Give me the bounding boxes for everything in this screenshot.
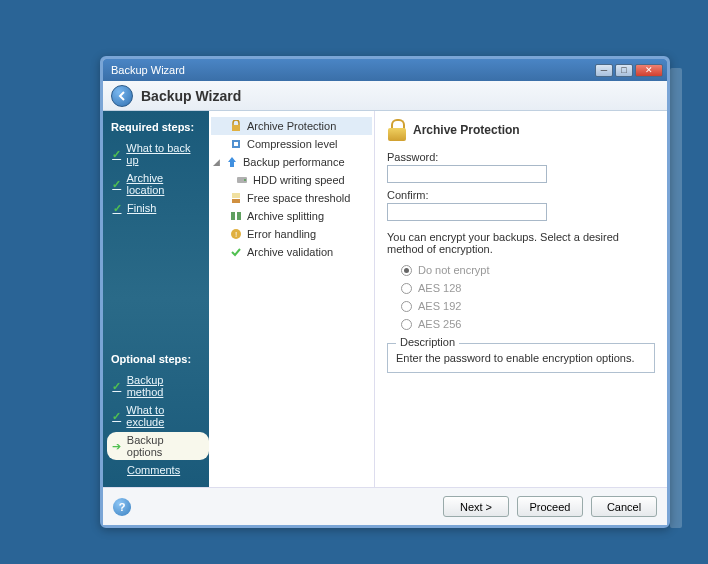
lock-icon (387, 119, 407, 141)
tree-label: HDD writing speed (253, 174, 345, 186)
back-button[interactable] (111, 85, 133, 107)
tree-label: Archive validation (247, 246, 333, 258)
radio-aes-192: AES 192 (387, 297, 655, 315)
space-icon (229, 191, 243, 205)
encryption-info: You can encrypt your backups. Select a d… (387, 231, 655, 255)
check-icon (229, 245, 243, 259)
confirm-input[interactable] (387, 203, 547, 221)
description-legend: Description (396, 336, 459, 348)
split-icon (229, 209, 243, 223)
radio-icon (401, 283, 412, 294)
radio-icon (401, 319, 412, 330)
options-tree: Archive Protection Compression level ◢ B… (209, 111, 375, 487)
svg-rect-8 (237, 212, 241, 220)
radio-label: AES 256 (418, 318, 461, 330)
wizard-header: Backup Wizard (103, 81, 667, 111)
description-text: Enter the password to enable encryption … (396, 352, 646, 364)
step-label: Backup method (127, 374, 201, 398)
arrow-icon: ➔ (111, 440, 123, 452)
error-icon: ! (229, 227, 243, 241)
compress-icon (229, 137, 243, 151)
tree-archive-splitting[interactable]: Archive splitting (211, 207, 372, 225)
step-backup-options[interactable]: ➔ Backup options (107, 432, 209, 460)
svg-point-4 (244, 179, 246, 181)
step-what-to-back-up[interactable]: ✓ What to back up (107, 140, 205, 168)
titlebar-title: Backup Wizard (111, 64, 595, 76)
optional-steps-header: Optional steps: (111, 353, 205, 365)
step-archive-location[interactable]: ✓ Archive location (107, 170, 205, 198)
radio-icon (401, 265, 412, 276)
maximize-button[interactable]: □ (615, 64, 633, 77)
step-backup-method[interactable]: ✓ Backup method (107, 372, 205, 400)
lock-icon (229, 119, 243, 133)
check-icon: ✓ (111, 148, 122, 160)
step-finish[interactable]: ✓ Finish (107, 200, 205, 216)
radio-aes-256: AES 256 (387, 315, 655, 333)
check-icon: ✓ (111, 178, 123, 190)
tree-label: Backup performance (243, 156, 345, 168)
collapse-icon[interactable]: ◢ (211, 157, 221, 167)
wizard-body: Required steps: ✓ What to back up ✓ Arch… (103, 111, 667, 487)
titlebar: Backup Wizard ─ □ ✕ (103, 59, 667, 81)
tree-archive-protection[interactable]: Archive Protection (211, 117, 372, 135)
step-label: Comments (127, 464, 180, 476)
minimize-button[interactable]: ─ (595, 64, 613, 77)
step-label: Archive location (127, 172, 201, 196)
steps-sidebar: Required steps: ✓ What to back up ✓ Arch… (103, 111, 209, 487)
svg-rect-5 (232, 199, 240, 203)
tree-label: Compression level (247, 138, 337, 150)
tree-label: Free space threshold (247, 192, 350, 204)
svg-rect-0 (232, 125, 240, 131)
step-comments[interactable]: Comments (107, 462, 205, 478)
backup-wizard-window: Backup Wizard ─ □ ✕ Backup Wizard Requir… (100, 56, 670, 528)
svg-rect-6 (232, 193, 240, 198)
password-label: Password: (387, 151, 655, 163)
tree-compression-level[interactable]: Compression level (211, 135, 372, 153)
step-label: What to exclude (126, 404, 201, 428)
content-title: Archive Protection (387, 119, 655, 141)
help-button[interactable]: ? (113, 498, 131, 516)
window-controls: ─ □ ✕ (595, 64, 663, 77)
tree-hdd-writing-speed[interactable]: HDD writing speed (211, 171, 372, 189)
check-icon: ✓ (111, 202, 123, 214)
step-label: Backup options (127, 434, 201, 458)
tree-archive-validation[interactable]: Archive validation (211, 243, 372, 261)
required-steps-header: Required steps: (111, 121, 205, 133)
content-heading: Archive Protection (413, 123, 520, 137)
svg-rect-7 (231, 212, 235, 220)
tree-label: Archive Protection (247, 120, 336, 132)
radio-aes-128: AES 128 (387, 279, 655, 297)
check-icon: ✓ (111, 410, 122, 422)
step-what-to-exclude[interactable]: ✓ What to exclude (107, 402, 205, 430)
tree-backup-performance[interactable]: ◢ Backup performance (211, 153, 372, 171)
next-button[interactable]: Next > (443, 496, 509, 517)
radio-label: AES 128 (418, 282, 461, 294)
confirm-label: Confirm: (387, 189, 655, 201)
description-box: Description Enter the password to enable… (387, 343, 655, 373)
cancel-button[interactable]: Cancel (591, 496, 657, 517)
hdd-icon (235, 173, 249, 187)
blank-icon (111, 464, 123, 476)
tree-label: Archive splitting (247, 210, 324, 222)
back-arrow-icon (116, 90, 128, 102)
content-panel: Archive Protection Password: Confirm: Yo… (375, 111, 667, 487)
svg-rect-2 (234, 142, 238, 146)
background-window-edge (670, 68, 682, 528)
radio-icon (401, 301, 412, 312)
step-label: What to back up (126, 142, 201, 166)
up-arrow-icon (225, 155, 239, 169)
radio-label: Do not encrypt (418, 264, 490, 276)
step-label: Finish (127, 202, 156, 214)
svg-text:!: ! (235, 230, 237, 239)
tree-free-space-threshold[interactable]: Free space threshold (211, 189, 372, 207)
proceed-button[interactable]: Proceed (517, 496, 583, 517)
close-button[interactable]: ✕ (635, 64, 663, 77)
tree-label: Error handling (247, 228, 316, 240)
tree-error-handling[interactable]: ! Error handling (211, 225, 372, 243)
radio-label: AES 192 (418, 300, 461, 312)
wizard-footer: ? Next > Proceed Cancel (103, 487, 667, 525)
password-input[interactable] (387, 165, 547, 183)
wizard-title: Backup Wizard (141, 88, 241, 104)
check-icon: ✓ (111, 380, 123, 392)
radio-do-not-encrypt: Do not encrypt (387, 261, 655, 279)
